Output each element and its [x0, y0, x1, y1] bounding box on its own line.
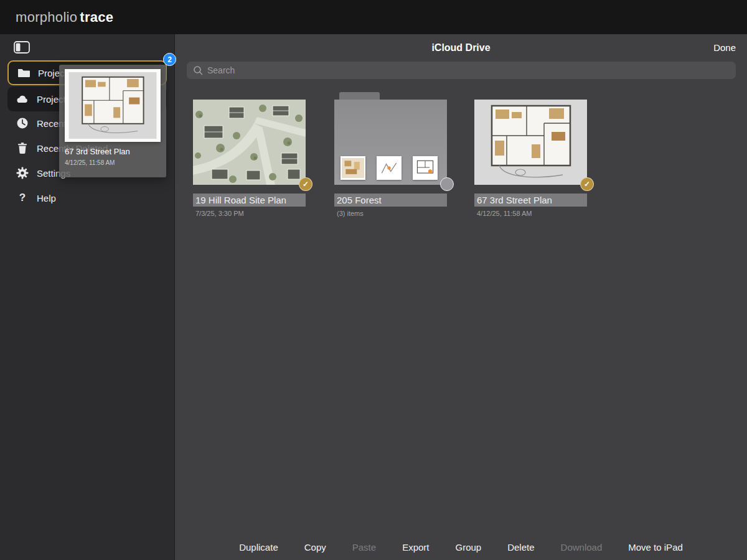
drag-preview[interactable]: 67 3rd Street Plan 4/12/25, 11:58 AM 2 [59, 65, 166, 177]
bottom-action-toolbar: Duplicate Copy Paste Export Group Delete… [175, 542, 747, 553]
check-icon: ✓ [584, 180, 590, 189]
folder-mini-thumbnail [377, 156, 402, 180]
done-button[interactable]: Done [713, 42, 736, 53]
move-to-ipad-button[interactable]: Move to iPad [628, 542, 683, 553]
sidebar: Projects On My iPad Projects On iCloud R… [0, 34, 175, 560]
folder-item-count: (3) items [334, 210, 447, 217]
unselected-circle[interactable] [440, 177, 454, 191]
delete-button[interactable]: Delete [507, 542, 534, 553]
file-card-67-3rd-street[interactable]: ✓ 67 3rd Street Plan 4/12/25, 11:58 AM [474, 100, 587, 217]
folder-name: 205 Forest [334, 194, 447, 207]
question-icon: ? [16, 192, 29, 204]
download-button: Download [561, 542, 603, 553]
search-icon [193, 65, 203, 75]
file-card-19-hill-road[interactable]: ✓ 19 Hill Road Site Plan 7/3/25, 3:30 PM [193, 100, 306, 217]
gear-icon [16, 167, 29, 179]
brand-light: morpholio [16, 9, 77, 25]
copy-button[interactable]: Copy [304, 542, 326, 553]
sidebar-toggle-icon [14, 40, 30, 54]
file-date: 7/3/25, 3:30 PM [193, 210, 306, 217]
file-browser-panel: iCloud Drive Done ✓ 19 Hill Road Site Pl… [175, 34, 747, 560]
drag-preview-date: 4/12/25, 11:58 AM [65, 159, 115, 166]
cloud-icon [16, 93, 29, 105]
panel-title: iCloud Drive [175, 42, 747, 54]
sidebar-item-help[interactable]: ? Help [7, 185, 167, 210]
folder-mini-thumbnail [413, 156, 438, 180]
sidebar-toggle-button[interactable] [14, 40, 30, 54]
selected-checkmark[interactable]: ✓ [299, 177, 312, 191]
trash-icon [16, 142, 29, 154]
folder-thumbnail [334, 100, 447, 185]
folder-mini-thumbnail [341, 156, 365, 180]
drag-preview-title: 67 3rd Street Plan [65, 147, 130, 156]
duplicate-button[interactable]: Duplicate [239, 542, 278, 553]
search-bar[interactable] [187, 62, 736, 79]
folder-body [334, 100, 447, 185]
app-window: morpholiotrace Projects On My iPad Proje… [0, 0, 747, 560]
file-date: 4/12/25, 11:58 AM [474, 210, 587, 217]
file-thumbnail: ✓ [474, 100, 587, 185]
drag-preview-thumbnail [65, 69, 161, 142]
file-thumbnail: ✓ [193, 100, 306, 185]
clock-icon [16, 117, 29, 129]
file-name: 19 Hill Road Site Plan [193, 194, 306, 207]
drag-count-badge: 2 [163, 53, 176, 66]
check-icon: ✓ [303, 180, 309, 189]
top-bar: morpholiotrace [0, 0, 747, 34]
brand-bold: trace [80, 9, 113, 25]
search-input[interactable] [207, 65, 730, 75]
group-button[interactable]: Group [455, 542, 481, 553]
folder-card-205-forest[interactable]: 205 Forest (3) items [334, 100, 447, 217]
file-name: 67 3rd Street Plan [474, 194, 587, 207]
folder-icon [17, 67, 30, 79]
paste-button: Paste [352, 542, 376, 553]
app-logo: morpholiotrace [16, 0, 113, 34]
sidebar-item-label: Help [37, 193, 56, 203]
export-button[interactable]: Export [402, 542, 429, 553]
selected-checkmark[interactable]: ✓ [580, 177, 594, 191]
